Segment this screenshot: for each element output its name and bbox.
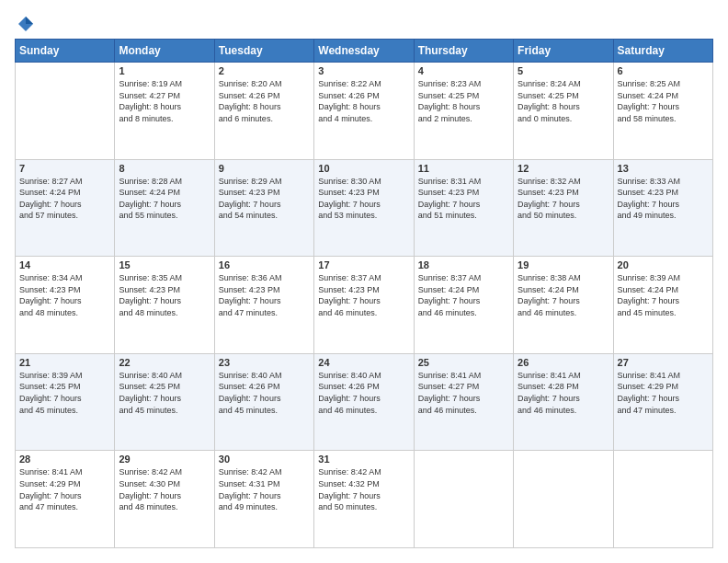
day-info: Sunrise: 8:41 AM Sunset: 4:28 PM Dayligh…: [518, 370, 609, 416]
day-number: 25: [418, 357, 509, 368]
calendar-cell: 6Sunrise: 8:25 AM Sunset: 4:24 PM Daylig…: [613, 63, 712, 160]
calendar-cell: 10Sunrise: 8:30 AM Sunset: 4:23 PM Dayli…: [314, 159, 414, 257]
calendar-cell: 22Sunrise: 8:40 AM Sunset: 4:25 PM Dayli…: [115, 353, 214, 451]
weekday-header-saturday: Saturday: [613, 40, 712, 63]
week-row-4: 21Sunrise: 8:39 AM Sunset: 4:25 PM Dayli…: [16, 353, 713, 451]
day-number: 15: [119, 259, 210, 270]
calendar-cell: 21Sunrise: 8:39 AM Sunset: 4:25 PM Dayli…: [16, 353, 115, 451]
logo: [15, 15, 35, 29]
svg-marker-1: [26, 17, 33, 24]
day-number: 13: [618, 163, 709, 174]
calendar-cell: 9Sunrise: 8:29 AM Sunset: 4:23 PM Daylig…: [214, 159, 313, 257]
day-number: 4: [418, 65, 509, 76]
day-number: 18: [418, 259, 509, 270]
day-info: Sunrise: 8:34 AM Sunset: 4:23 PM Dayligh…: [19, 272, 110, 318]
day-number: 6: [618, 65, 709, 76]
calendar-cell: 26Sunrise: 8:41 AM Sunset: 4:28 PM Dayli…: [514, 353, 613, 451]
day-number: 16: [219, 259, 310, 270]
day-info: Sunrise: 8:42 AM Sunset: 4:32 PM Dayligh…: [318, 466, 409, 512]
calendar-cell: [414, 451, 513, 548]
day-number: 27: [618, 357, 709, 368]
calendar-cell: 7Sunrise: 8:27 AM Sunset: 4:24 PM Daylig…: [16, 159, 115, 257]
day-number: 14: [19, 259, 110, 270]
calendar-cell: 5Sunrise: 8:24 AM Sunset: 4:25 PM Daylig…: [514, 63, 613, 160]
calendar-cell: 25Sunrise: 8:41 AM Sunset: 4:27 PM Dayli…: [414, 353, 513, 451]
day-info: Sunrise: 8:27 AM Sunset: 4:24 PM Dayligh…: [19, 176, 110, 222]
calendar-cell: 8Sunrise: 8:28 AM Sunset: 4:24 PM Daylig…: [115, 159, 214, 257]
day-info: Sunrise: 8:35 AM Sunset: 4:23 PM Dayligh…: [119, 272, 210, 318]
day-info: Sunrise: 8:41 AM Sunset: 4:29 PM Dayligh…: [618, 370, 709, 416]
calendar-cell: 13Sunrise: 8:33 AM Sunset: 4:23 PM Dayli…: [613, 159, 712, 257]
day-number: 5: [518, 65, 609, 76]
weekday-header-wednesday: Wednesday: [314, 40, 414, 63]
weekday-header-row: SundayMondayTuesdayWednesdayThursdayFrid…: [16, 40, 713, 63]
header: [15, 15, 713, 29]
day-info: Sunrise: 8:30 AM Sunset: 4:23 PM Dayligh…: [318, 176, 409, 222]
day-info: Sunrise: 8:40 AM Sunset: 4:26 PM Dayligh…: [318, 370, 409, 416]
day-number: 3: [318, 65, 409, 76]
day-info: Sunrise: 8:39 AM Sunset: 4:25 PM Dayligh…: [19, 370, 110, 416]
calendar-cell: [16, 63, 115, 160]
day-number: 26: [518, 357, 609, 368]
calendar-cell: 17Sunrise: 8:37 AM Sunset: 4:23 PM Dayli…: [314, 257, 414, 354]
day-number: 11: [418, 163, 509, 174]
calendar-cell: 20Sunrise: 8:39 AM Sunset: 4:24 PM Dayli…: [613, 257, 712, 354]
calendar-cell: 16Sunrise: 8:36 AM Sunset: 4:23 PM Dayli…: [214, 257, 313, 354]
calendar-cell: 11Sunrise: 8:31 AM Sunset: 4:23 PM Dayli…: [414, 159, 513, 257]
calendar-cell: 31Sunrise: 8:42 AM Sunset: 4:32 PM Dayli…: [314, 451, 414, 548]
day-number: 17: [318, 259, 409, 270]
day-number: 9: [219, 163, 310, 174]
calendar-cell: 24Sunrise: 8:40 AM Sunset: 4:26 PM Dayli…: [314, 353, 414, 451]
calendar-cell: 18Sunrise: 8:37 AM Sunset: 4:24 PM Dayli…: [414, 257, 513, 354]
day-info: Sunrise: 8:38 AM Sunset: 4:24 PM Dayligh…: [518, 272, 609, 318]
calendar-cell: 15Sunrise: 8:35 AM Sunset: 4:23 PM Dayli…: [115, 257, 214, 354]
day-number: 7: [19, 163, 110, 174]
calendar-cell: 14Sunrise: 8:34 AM Sunset: 4:23 PM Dayli…: [16, 257, 115, 354]
day-number: 8: [119, 163, 210, 174]
day-info: Sunrise: 8:29 AM Sunset: 4:23 PM Dayligh…: [219, 176, 310, 222]
weekday-header-tuesday: Tuesday: [214, 40, 313, 63]
day-number: 29: [119, 454, 210, 465]
day-number: 20: [618, 259, 709, 270]
day-number: 10: [318, 163, 409, 174]
calendar-table: SundayMondayTuesdayWednesdayThursdayFrid…: [15, 39, 713, 548]
week-row-3: 14Sunrise: 8:34 AM Sunset: 4:23 PM Dayli…: [16, 257, 713, 354]
day-number: 22: [119, 357, 210, 368]
day-info: Sunrise: 8:19 AM Sunset: 4:27 PM Dayligh…: [119, 78, 210, 124]
logo-icon: [17, 15, 35, 33]
calendar-cell: [613, 451, 712, 548]
day-info: Sunrise: 8:39 AM Sunset: 4:24 PM Dayligh…: [618, 272, 709, 318]
calendar-page: SundayMondayTuesdayWednesdayThursdayFrid…: [0, 0, 728, 563]
calendar-cell: 30Sunrise: 8:42 AM Sunset: 4:31 PM Dayli…: [214, 451, 313, 548]
calendar-cell: 29Sunrise: 8:42 AM Sunset: 4:30 PM Dayli…: [115, 451, 214, 548]
day-info: Sunrise: 8:37 AM Sunset: 4:23 PM Dayligh…: [318, 272, 409, 318]
day-info: Sunrise: 8:36 AM Sunset: 4:23 PM Dayligh…: [219, 272, 310, 318]
week-row-1: 1Sunrise: 8:19 AM Sunset: 4:27 PM Daylig…: [16, 63, 713, 160]
day-info: Sunrise: 8:40 AM Sunset: 4:26 PM Dayligh…: [219, 370, 310, 416]
day-number: 12: [518, 163, 609, 174]
calendar-cell: 3Sunrise: 8:22 AM Sunset: 4:26 PM Daylig…: [314, 63, 414, 160]
week-row-5: 28Sunrise: 8:41 AM Sunset: 4:29 PM Dayli…: [16, 451, 713, 548]
day-number: 21: [19, 357, 110, 368]
day-info: Sunrise: 8:32 AM Sunset: 4:23 PM Dayligh…: [518, 176, 609, 222]
calendar-cell: 2Sunrise: 8:20 AM Sunset: 4:26 PM Daylig…: [214, 63, 313, 160]
day-info: Sunrise: 8:25 AM Sunset: 4:24 PM Dayligh…: [618, 78, 709, 124]
calendar-cell: 28Sunrise: 8:41 AM Sunset: 4:29 PM Dayli…: [16, 451, 115, 548]
day-info: Sunrise: 8:41 AM Sunset: 4:29 PM Dayligh…: [19, 466, 110, 512]
weekday-header-monday: Monday: [115, 40, 214, 63]
day-number: 2: [219, 65, 310, 76]
day-number: 1: [119, 65, 210, 76]
calendar-cell: 1Sunrise: 8:19 AM Sunset: 4:27 PM Daylig…: [115, 63, 214, 160]
week-row-2: 7Sunrise: 8:27 AM Sunset: 4:24 PM Daylig…: [16, 159, 713, 257]
day-info: Sunrise: 8:37 AM Sunset: 4:24 PM Dayligh…: [418, 272, 509, 318]
calendar-cell: 27Sunrise: 8:41 AM Sunset: 4:29 PM Dayli…: [613, 353, 712, 451]
day-info: Sunrise: 8:42 AM Sunset: 4:30 PM Dayligh…: [119, 466, 210, 512]
day-info: Sunrise: 8:24 AM Sunset: 4:25 PM Dayligh…: [518, 78, 609, 124]
day-info: Sunrise: 8:31 AM Sunset: 4:23 PM Dayligh…: [418, 176, 509, 222]
day-info: Sunrise: 8:28 AM Sunset: 4:24 PM Dayligh…: [119, 176, 210, 222]
weekday-header-friday: Friday: [514, 40, 613, 63]
day-info: Sunrise: 8:22 AM Sunset: 4:26 PM Dayligh…: [318, 78, 409, 124]
day-number: 24: [318, 357, 409, 368]
day-number: 23: [219, 357, 310, 368]
calendar-cell: [514, 451, 613, 548]
